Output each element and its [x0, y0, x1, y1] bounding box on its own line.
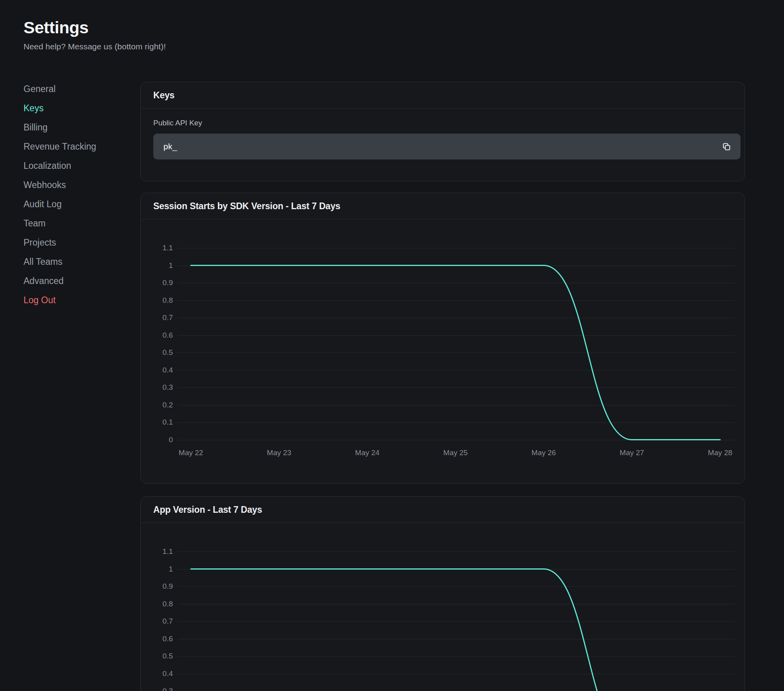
copy-icon: [722, 142, 731, 151]
y-axis-tick-label: 0: [141, 436, 173, 444]
gridline: [178, 353, 735, 353]
gridline: [178, 248, 735, 248]
gridline: [178, 300, 735, 301]
series-line: [141, 193, 745, 484]
sidebar-item-localization[interactable]: Localization: [24, 156, 129, 175]
y-axis-tick-label: 0.6: [141, 331, 173, 339]
gridline: [178, 387, 735, 388]
x-axis-tick-label: May 28: [693, 449, 748, 457]
y-axis-tick-label: 0.1: [141, 418, 173, 426]
sidebar-item-log-out[interactable]: Log Out: [24, 291, 129, 310]
gridline: [178, 586, 735, 587]
y-axis-tick-label: 0.7: [141, 617, 173, 625]
gridline: [178, 283, 735, 283]
y-axis-tick-label: 0.9: [141, 582, 173, 590]
y-axis-tick-label: 0.3: [141, 383, 173, 391]
gridline: [178, 621, 735, 622]
y-axis-tick-label: 1: [141, 565, 173, 573]
gridline: [178, 370, 735, 371]
sidebar-item-all-teams[interactable]: All Teams: [24, 252, 129, 271]
x-axis-tick-label: May 23: [252, 449, 307, 457]
y-axis-tick-label: 0.8: [141, 297, 173, 304]
y-axis-tick-label: 0.8: [141, 600, 173, 608]
y-axis-tick-label: 1: [141, 262, 173, 270]
sidebar-item-audit-log[interactable]: Audit Log: [24, 195, 129, 214]
x-axis-tick-label: May 27: [604, 449, 659, 457]
x-axis-tick-label: May 25: [428, 449, 483, 457]
y-axis-tick-label: 0.5: [141, 652, 173, 660]
y-axis-tick-label: 0.2: [141, 401, 173, 409]
sidebar-item-general[interactable]: General: [24, 80, 129, 99]
gridline: [178, 422, 735, 423]
series-line: [141, 497, 745, 691]
gridline: [178, 674, 735, 674]
y-axis-tick-label: 0.7: [141, 314, 173, 322]
gridline: [178, 552, 735, 552]
gridline: [178, 266, 735, 266]
gridline: [178, 440, 735, 440]
app-version-chart-card: App Version - Last 7 Days 1.110.90.80.70…: [140, 496, 745, 691]
page-header: Settings Need help? Message us (bottom r…: [24, 18, 166, 51]
y-axis-tick-label: 0.4: [141, 670, 173, 678]
gridline: [178, 318, 735, 318]
y-axis-tick-label: 0.4: [141, 366, 173, 374]
keys-card: Keys Public API Key pk_: [140, 82, 745, 181]
gridline: [178, 656, 735, 657]
public-api-key-label: Public API Key: [153, 119, 733, 127]
gridline: [178, 569, 735, 570]
sidebar-list: GeneralKeysBillingRevenue TrackingLocali…: [24, 80, 129, 310]
y-axis-tick-label: 0.6: [141, 635, 173, 643]
sidebar-item-team[interactable]: Team: [24, 214, 129, 233]
public-api-key-field[interactable]: pk_: [153, 134, 740, 159]
y-axis-tick-label: 1.1: [141, 548, 173, 555]
sidebar-item-advanced[interactable]: Advanced: [24, 271, 129, 291]
sdk-version-chart-card: Session Starts by SDK Version - Last 7 D…: [140, 193, 745, 484]
sidebar: GeneralKeysBillingRevenue TrackingLocali…: [24, 80, 129, 310]
sidebar-item-billing[interactable]: Billing: [24, 118, 129, 137]
sidebar-item-keys[interactable]: Keys: [24, 99, 129, 118]
x-axis-tick-label: May 24: [340, 449, 395, 457]
page-title: Settings: [24, 18, 166, 37]
keys-card-body: Public API Key pk_: [141, 109, 744, 159]
public-api-key-value: pk_: [163, 142, 718, 151]
gridline: [178, 405, 735, 405]
sidebar-item-revenue-tracking[interactable]: Revenue Tracking: [24, 137, 129, 156]
gridline: [178, 335, 735, 336]
app-version-chart[interactable]: 1.110.90.80.70.60.50.40.30.20.10May 22Ma…: [141, 497, 745, 691]
sdk-version-chart[interactable]: 1.110.90.80.70.60.50.40.30.20.10May 22Ma…: [141, 193, 745, 484]
gridline: [178, 639, 735, 639]
copy-api-key-button[interactable]: [718, 138, 735, 155]
y-axis-tick-label: 0.3: [141, 687, 173, 691]
y-axis-tick-label: 0.9: [141, 279, 173, 287]
page-subtitle: Need help? Message us (bottom right)!: [24, 42, 166, 51]
keys-card-title: Keys: [141, 82, 744, 109]
y-axis-tick-label: 1.1: [141, 244, 173, 252]
x-axis-tick-label: May 26: [516, 449, 571, 457]
y-axis-tick-label: 0.5: [141, 349, 173, 356]
x-axis-tick-label: May 22: [163, 449, 218, 457]
sidebar-item-webhooks[interactable]: Webhooks: [24, 175, 129, 195]
gridline: [178, 604, 735, 604]
sidebar-item-projects[interactable]: Projects: [24, 233, 129, 252]
